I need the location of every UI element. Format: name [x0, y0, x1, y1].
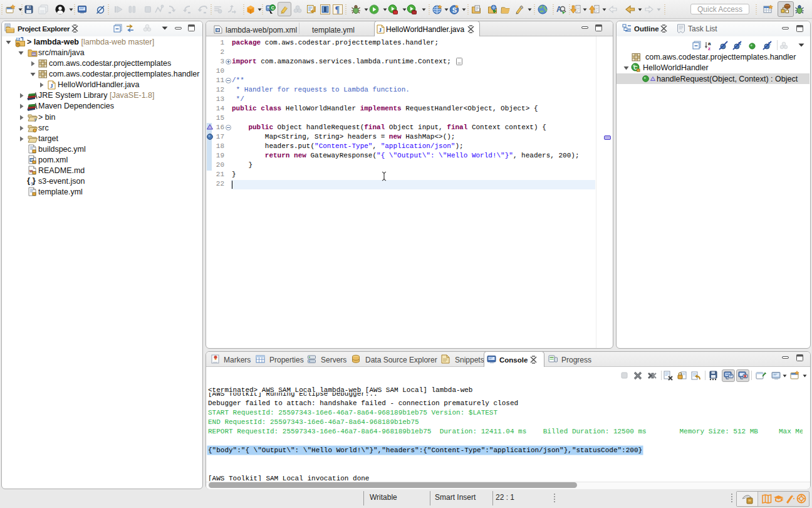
svg-text:?: ?	[31, 181, 34, 187]
svg-text:M: M	[216, 28, 219, 32]
svg-text:MJ: MJ	[17, 38, 21, 41]
svg-text:z: z	[708, 46, 710, 51]
svg-text:C: C	[271, 6, 274, 10]
svg-text:6: 6	[17, 43, 19, 46]
svg-text:J: J	[379, 27, 382, 33]
svg-text:J: J	[50, 83, 53, 89]
svg-text:A: A	[556, 5, 562, 14]
svg-text:¶: ¶	[335, 5, 340, 14]
svg-text:?: ?	[34, 118, 36, 122]
